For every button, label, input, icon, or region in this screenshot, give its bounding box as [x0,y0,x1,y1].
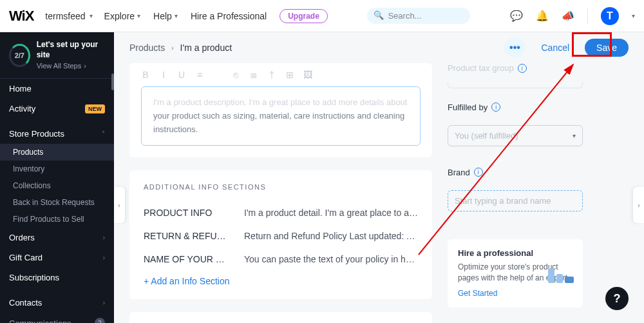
pricing-section: Pricing [129,312,432,323]
breadcrumb: Products › I'm a product [129,43,232,53]
nav-explore[interactable]: Explore▾ [104,11,140,21]
sidebar: 2/7 Let's set up your site View All Step… [0,32,114,323]
sidebar-item-contacts[interactable]: Contacts› [0,293,114,313]
inbox-icon[interactable]: 💬 [510,10,523,23]
additional-info-sections: ADDITIONAL INFO SECTIONS PRODUCT INFO I'… [129,170,432,299]
sidebar-sub-find-products[interactable]: Find Products to Sell [0,211,114,228]
hire-title: Hire a professional [458,248,573,258]
brand-input[interactable]: Start typing a brand name [448,190,583,211]
sidebar-sub-products[interactable]: Products [0,144,114,161]
view-all-steps-link[interactable]: View All Steps› [37,61,105,70]
setup-title: Let's set up your site [37,40,105,60]
help-button[interactable]: ? [605,287,629,310]
chevron-down-icon: ▾ [573,132,576,139]
info-icon[interactable]: i [491,103,500,112]
sidebar-item-gift-card[interactable]: Gift Card› [0,248,114,268]
info-row-value: Return and Refund Policy Last updated: A… [244,231,418,241]
site-selector[interactable]: termsfeed ▾ [45,11,92,21]
hire-get-started-link[interactable]: Get Started [458,289,497,298]
breadcrumb-current: I'm a product [180,43,232,53]
info-row[interactable]: NAME OF YOUR … You can paste the text of… [144,248,418,271]
info-row-value: You can paste the text of your policy in… [244,254,418,264]
sidebar-sub-back-in-stock[interactable]: Back in Stock Requests [0,194,114,211]
info-row-label: RETURN & REFU… [144,231,226,241]
info-row-label: NAME OF YOUR … [144,254,226,264]
product-description-editor[interactable]: I'm a product description. I'm a great p… [141,86,421,146]
brand-label: Brand [448,168,470,177]
info-row[interactable]: RETURN & REFU… Return and Refund Policy … [144,224,418,248]
chevron-down-icon: ▾ [90,12,93,19]
sidebar-item-store-products[interactable]: Store Products ˄ [0,124,114,144]
chevron-down-icon: ▾ [632,12,635,19]
sidebar-item-subscriptions[interactable]: Subscriptions [0,268,114,288]
chevron-down-icon: ▾ [175,12,178,19]
text-format-toolbar: BIU≡⎋≣†⊞🖼 [129,70,432,86]
fulfilled-by-select[interactable]: You (self fulfilled) ▾ [448,125,583,146]
site-setup[interactable]: 2/7 Let's set up your site View All Step… [0,32,114,79]
sidebar-item-home[interactable]: Home [0,79,114,99]
sidebar-item-activity[interactable]: Activity NEW [0,99,114,119]
info-row-value: I'm a product detail. I'm a great place … [244,208,418,218]
sidebar-sub-inventory[interactable]: Inventory [0,161,114,177]
announcements-icon[interactable]: 📣 [562,10,574,23]
top-nav: Explore▾ Help▾ Hire a Professional Upgra… [104,9,328,23]
sidebar-item-orders[interactable]: Orders› [0,228,114,248]
bell-icon[interactable]: 🔔 [536,10,549,23]
top-bar: WiX termsfeed ▾ Explore▾ Help▾ Hire a Pr… [0,0,644,32]
sidebar-item-communications[interactable]: Communications2 [0,313,114,323]
info-icon[interactable]: i [518,64,527,73]
new-badge: NEW [85,104,105,113]
tax-group-label: Product tax group [448,63,514,73]
chevron-right-icon: › [103,234,105,241]
info-row[interactable]: PRODUCT INFO I'm a product detail. I'm a… [144,201,418,224]
add-info-section-link[interactable]: + Add an Info Section [144,271,418,286]
nav-help[interactable]: Help▾ [153,11,178,21]
collapse-sidebar-toggle[interactable]: ‹ [114,187,125,223]
fulfilled-by-label: Fulfilled by [448,103,488,112]
sidebar-sub-collections[interactable]: Collections [0,177,114,194]
avatar[interactable]: T [601,7,619,25]
save-button[interactable]: Save [585,39,629,57]
upgrade-button[interactable]: Upgrade [279,9,328,23]
chevron-right-icon: › [171,44,173,52]
chevron-up-icon: ˄ [102,130,105,137]
cancel-button[interactable]: Cancel [532,39,578,57]
site-name: termsfeed [45,11,85,21]
tax-group-field[interactable] [448,82,583,88]
hire-illustration [548,262,576,283]
section-title: ADDITIONAL INFO SECTIONS [144,183,418,191]
breadcrumb-root[interactable]: Products [129,43,165,53]
info-row-label: PRODUCT INFO [144,208,226,218]
content-area: ‹ › Products › I'm a product ••• Cancel … [114,32,644,323]
expand-panel-toggle[interactable]: › [633,187,644,223]
info-icon[interactable]: i [474,168,483,177]
hire-professional-card: Hire a professional Optimize your store'… [448,239,583,308]
more-actions-button[interactable]: ••• [504,38,526,57]
chevron-right-icon: › [103,254,105,261]
chevron-down-icon: ▾ [137,12,140,19]
top-icons: 💬 🔔 📣 T ▾ [510,7,635,25]
progress-ring: 2/7 [9,44,30,67]
nav-hire[interactable]: Hire a Professional [191,11,267,21]
search-input[interactable]: Search... [367,8,470,24]
count-badge: 2 [95,318,105,323]
wix-logo[interactable]: WiX [9,8,33,24]
chevron-right-icon: › [103,299,105,306]
